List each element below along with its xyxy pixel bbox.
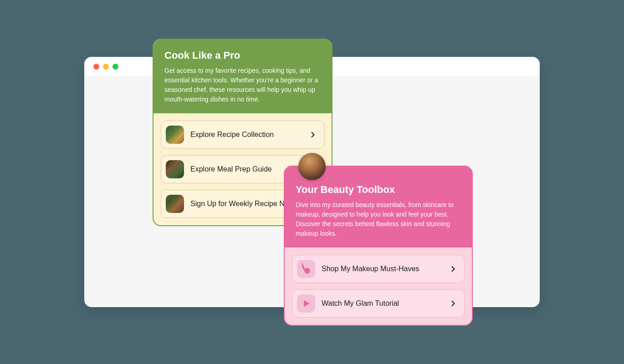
link-label: Explore Recipe Collection bbox=[190, 131, 302, 139]
svg-rect-2 bbox=[302, 263, 303, 266]
link-label: Shop My Makeup Must-Haves bbox=[322, 265, 442, 273]
chevron-right-icon bbox=[449, 299, 458, 308]
beauty-card: Your Beauty Toolbox Dive into my curated… bbox=[284, 166, 473, 326]
food-thumbnail-icon bbox=[166, 160, 184, 178]
beauty-link-shop-makeup[interactable]: Shop My Makeup Must-Haves bbox=[292, 255, 465, 283]
chevron-right-icon bbox=[308, 130, 317, 139]
food-thumbnail-icon bbox=[166, 195, 184, 213]
svg-point-0 bbox=[304, 268, 310, 274]
cook-card-header: Cook Like a Pro Get access to my favorit… bbox=[153, 40, 332, 113]
beauty-card-body: Shop My Makeup Must-Haves Watch My Glam … bbox=[285, 248, 472, 325]
window-minimize-dot[interactable] bbox=[103, 64, 109, 70]
avatar bbox=[298, 153, 326, 180]
cook-card-description: Get access to my favorite recipes, cooki… bbox=[164, 66, 321, 104]
window-maximize-dot[interactable] bbox=[113, 64, 118, 70]
food-thumbnail-icon bbox=[166, 126, 184, 144]
cook-link-recipe-collection[interactable]: Explore Recipe Collection bbox=[161, 121, 324, 149]
play-icon bbox=[297, 294, 315, 313]
chevron-right-icon bbox=[449, 264, 458, 273]
beauty-card-title: Your Beauty Toolbox bbox=[296, 184, 461, 196]
beauty-card-description: Dive into my curated beauty essentials, … bbox=[296, 200, 461, 238]
cook-card-title: Cook Like a Pro bbox=[164, 50, 321, 61]
makeup-icon bbox=[297, 260, 315, 278]
beauty-link-glam-tutorial[interactable]: Watch My Glam Tutorial bbox=[292, 289, 465, 318]
window-close-dot[interactable] bbox=[93, 64, 99, 70]
link-label: Watch My Glam Tutorial bbox=[322, 299, 442, 308]
